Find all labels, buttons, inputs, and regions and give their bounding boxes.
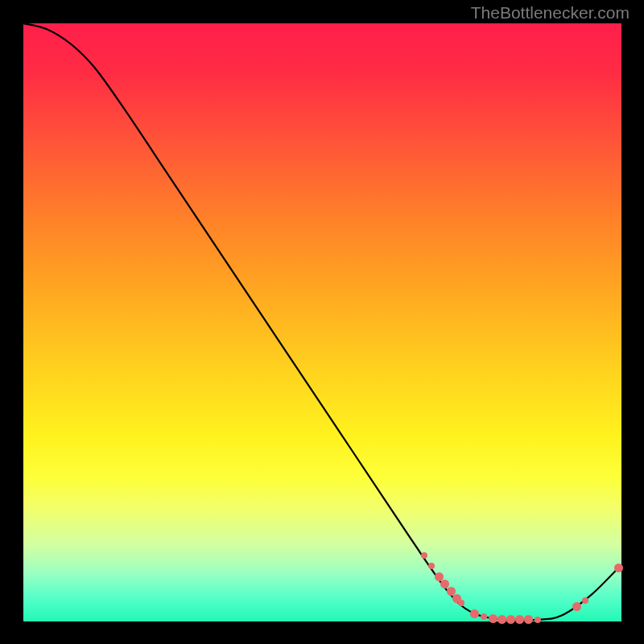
chart-data-point [421,552,427,559]
chart-data-point [524,615,533,624]
chart-data-point [614,564,623,572]
chart-data-point [489,614,497,623]
chart-data-point [535,617,541,623]
chart-data-point [481,613,487,620]
chart-data-point [515,615,524,624]
chart-data-point [506,615,515,624]
chart-data-point [428,563,435,569]
watermark-text: TheBottlenecker.com [471,3,630,23]
chart-data-point [582,597,588,604]
chart-data-point [572,602,581,611]
chart-data-point [470,609,479,618]
chart-dots-layer [23,23,621,621]
chart-plot-area [23,23,621,621]
chart-data-point [458,600,464,606]
chart-data-point [497,615,506,624]
